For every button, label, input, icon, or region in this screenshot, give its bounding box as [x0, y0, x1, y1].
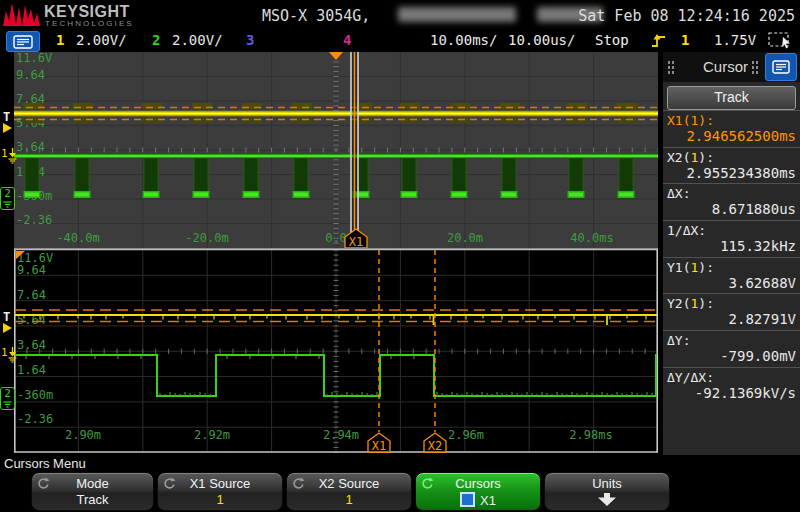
- titlebar: KEYSIGHT TECHNOLOGIES MSO-X 3054G, Sat F…: [0, 0, 800, 29]
- ground-icon: [3, 401, 12, 408]
- cursors-softkey[interactable]: Cursors X1: [415, 472, 541, 511]
- ch2-scale[interactable]: 2.00V/: [172, 32, 223, 48]
- x2-value: 2.955234380ms: [686, 165, 796, 181]
- x2-source-softkey[interactable]: X2 Source 1: [286, 472, 412, 511]
- cursor-row-inv-dx: 1/ΔX: 115.32kHz: [663, 220, 800, 257]
- model-number: MSO-X 3054G,: [262, 7, 370, 25]
- oscilloscope-screen: KEYSIGHT TECHNOLOGIES MSO-X 3054G, Sat F…: [0, 0, 800, 512]
- menu-icon: [13, 35, 33, 49]
- cursor-row-dy-dx: ΔY/ΔX: -92.1369kV/s: [663, 367, 800, 404]
- dy-value: -799.00mV: [720, 348, 796, 364]
- zoom-axis-labels: 11.6V9.647.645.643.641.64-360m-2.362.90m…: [14, 248, 658, 453]
- trigger-time-marker-zoom: T: [3, 311, 10, 323]
- axis-label: -2.36: [16, 214, 52, 227]
- ch4-badge[interactable]: 4: [343, 32, 351, 48]
- cursor-row-x1[interactable]: X1(1): 2.946562500ms: [663, 110, 800, 147]
- zoom-timebase[interactable]: 10.00us/: [508, 32, 575, 48]
- dx-value: 8.671880us: [712, 201, 796, 217]
- cursor-row-y2[interactable]: Y2(1): 2.82791V: [663, 293, 800, 330]
- y2-value: 2.82791V: [729, 311, 796, 327]
- axis-label: -2.36: [17, 413, 53, 426]
- trigger-level-arrow-zoom[interactable]: [3, 323, 12, 333]
- y1-value: 3.62688V: [729, 275, 796, 291]
- ground-icon: [8, 347, 17, 363]
- axis-label: 2.92m: [180, 429, 244, 442]
- axis-label: -40.0m: [46, 232, 110, 245]
- cursor-readout-rows: X1(1): 2.946562500ms X2(1): 2.955234380m…: [663, 110, 800, 404]
- ch2-ground-marker-zoom[interactable]: 2: [0, 387, 15, 410]
- mode-softkey[interactable]: Mode Track: [31, 472, 154, 511]
- axis-label: 2.98ms: [559, 429, 623, 442]
- drag-grip-right[interactable]: [751, 60, 760, 75]
- ch3-badge[interactable]: 3: [246, 32, 254, 48]
- down-arrow-icon: [596, 493, 618, 506]
- ch1-badge[interactable]: 1: [56, 32, 64, 48]
- cursor-panel: Cursor Track X1(1): 2.946562500ms X2(1):…: [663, 52, 800, 455]
- cursor-row-x2[interactable]: X2(1): 2.955234380ms: [663, 147, 800, 184]
- axis-label: 2.94m: [309, 429, 373, 442]
- zoom-waveform-window: 11.6V9.647.645.643.641.64-360m-2.362.90m…: [14, 248, 658, 453]
- axis-label: 1.64: [16, 166, 45, 179]
- softkey-menubar: Cursors Menu Mode Track X1 Source 1: [0, 455, 800, 512]
- axis-label: 5.64: [17, 314, 46, 327]
- axis-label: 3.64: [16, 141, 45, 154]
- statusbar: 1 2.00V/ 2 2.00V/ 3 4 10.00ms/ 10.00us/ …: [0, 29, 800, 52]
- ch2-ground-marker-main[interactable]: 2: [0, 187, 15, 210]
- axis-label: 20.0m: [433, 232, 497, 245]
- axis-label: 1.64: [17, 364, 46, 377]
- drag-grip-left[interactable]: [667, 60, 676, 75]
- ch1-ground-marker-zoom[interactable]: 1: [1, 347, 17, 363]
- axis-label: 2.96m: [434, 429, 498, 442]
- axis-label: 11.6V: [16, 52, 52, 65]
- cursor-row-dy: ΔY: -799.00mV: [663, 330, 800, 367]
- inv-dx-value: 115.32kHz: [720, 238, 796, 254]
- brand-subname: TECHNOLOGIES: [45, 19, 134, 28]
- datetime: Sat Feb 08 12:24:16 2025: [578, 7, 795, 25]
- ch2-badge[interactable]: 2: [152, 32, 160, 48]
- track-mode-button[interactable]: Track: [667, 86, 796, 110]
- trigger-level[interactable]: 1.75V: [714, 32, 756, 48]
- axis-label: -360m: [16, 190, 52, 203]
- units-softkey[interactable]: Units: [544, 472, 670, 511]
- main-axis-labels: 11.6V9.647.645.643.641.64-360m-2.36-40.0…: [14, 52, 658, 248]
- trigger-slope-icon: [651, 33, 667, 49]
- axis-label: 9.64: [17, 264, 46, 277]
- x1-value: 2.946562500ms: [686, 128, 796, 144]
- cursor-row-dx: ΔX: 8.671880us: [663, 183, 800, 220]
- menu-title: Cursors Menu: [4, 456, 86, 471]
- axis-label: 7.64: [16, 93, 45, 106]
- cursors-checkbox-icon: [460, 492, 475, 507]
- axis-label: 40.0ms: [560, 232, 624, 245]
- ground-icon: [3, 201, 12, 208]
- ch1-scale[interactable]: 2.00V/: [76, 32, 127, 48]
- panel-menu-button[interactable]: [765, 53, 797, 81]
- axis-label: 2.90m: [51, 429, 115, 442]
- timebase[interactable]: 10.00ms/: [430, 32, 497, 48]
- axis-label: 9.64: [16, 69, 45, 82]
- cursor-panel-header[interactable]: Cursor: [663, 52, 800, 82]
- trigger-source[interactable]: 1: [681, 32, 689, 48]
- pointer-tool-icon[interactable]: [768, 32, 794, 49]
- dy-dx-value: -92.1369kV/s: [695, 385, 796, 401]
- cursor-row-y1[interactable]: Y1(1): 3.62688V: [663, 257, 800, 294]
- x1-source-softkey[interactable]: X1 Source 1: [157, 472, 283, 511]
- keysight-logo-icon: [3, 1, 41, 28]
- ground-icon: [8, 148, 17, 164]
- panel-menu-icon: [772, 60, 790, 74]
- main-waveform-window: 11.6V9.647.645.643.641.64-360m-2.36-40.0…: [14, 52, 658, 248]
- run-state[interactable]: Stop: [595, 32, 629, 48]
- axis-label: 5.64: [16, 117, 45, 130]
- axis-label: -20.0m: [175, 232, 239, 245]
- main-menu-button[interactable]: [6, 31, 40, 52]
- axis-label: 0.0: [304, 232, 368, 245]
- trigger-time-marker-main: T: [3, 111, 10, 123]
- trigger-level-arrow-main[interactable]: [3, 123, 12, 133]
- redacted-serial-blur: [398, 7, 516, 22]
- axis-label: 7.64: [17, 289, 46, 302]
- ch1-ground-marker-main[interactable]: 1: [1, 148, 17, 164]
- axis-label: -360m: [17, 389, 53, 402]
- axis-label: 3.64: [17, 339, 46, 352]
